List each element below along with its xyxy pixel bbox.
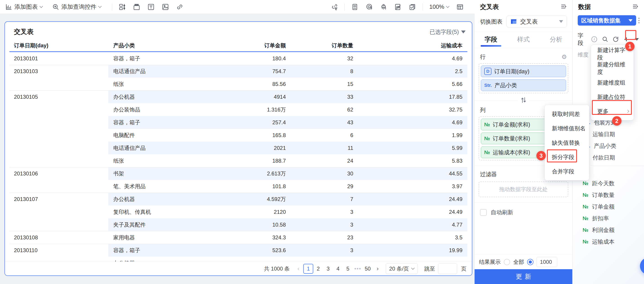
comment-button[interactable] — [364, 2, 374, 12]
measure-field-item[interactable]: №运输成本 — [573, 236, 644, 247]
info-icon: i — [592, 36, 597, 42]
add-menu-item-5[interactable]: 更多 — [591, 104, 634, 119]
cross-table-card[interactable]: 交叉表 已选字段(5) 订单日期(day) 产品小类 订单金额 订单数量 运输成… — [4, 21, 472, 276]
page-number-4[interactable]: 4 — [333, 264, 343, 274]
tab-container-button[interactable] — [132, 2, 142, 12]
page-config-button[interactable] — [350, 2, 360, 12]
context-menu-item-4[interactable]: 拆分字段 — [545, 150, 589, 164]
row-amount-cell: 754.7 — [243, 65, 286, 78]
chip-label: 订单日期(day) — [494, 68, 530, 75]
table-row[interactable]: 20130101容器，箱子180.4324.69 — [10, 52, 468, 65]
more-submenu: 获取时间差新增维值别名缺失值替换拆分字段合并字段 — [545, 105, 589, 180]
check-doc-icon — [409, 3, 416, 10]
add-menu-item-2[interactable]: 新建分组维度 — [591, 61, 634, 75]
measure-field-item[interactable]: №利润金额 — [573, 224, 644, 236]
jump-page-input[interactable] — [438, 263, 457, 274]
context-menu-item-5[interactable]: 合并字段 — [545, 164, 589, 179]
result-all-radio[interactable] — [504, 259, 510, 265]
table-row[interactable]: 办公装饰品1.316万6232.75 — [10, 103, 468, 116]
grid-view-button[interactable] — [455, 2, 465, 12]
tab-analysis[interactable]: 分析 — [540, 32, 572, 48]
table-row[interactable]: 笔、美术用品101.8293.97 — [10, 180, 468, 193]
context-menu-item-1[interactable]: 获取时间差 — [545, 107, 589, 121]
link-widget-button[interactable] — [174, 2, 185, 12]
table-row[interactable]: 电脑配件165.861.99 — [10, 129, 468, 142]
table-row[interactable]: 夹子及其配件10.5834.77 — [10, 218, 468, 231]
measure-field-item[interactable]: №订单数量 — [573, 189, 644, 201]
columns-label: 列 — [480, 106, 486, 114]
text-icon — [148, 3, 154, 10]
add-field-caret[interactable] — [632, 35, 641, 44]
table-row[interactable]: 20130103电话通信产品754.782.5 — [10, 65, 468, 78]
add-field-menu: 新建计算字段新建分组维度新建维度组新建占位符更多 — [591, 45, 634, 120]
result-count-radio[interactable] — [527, 259, 534, 265]
image-widget-button[interactable] — [160, 2, 170, 12]
selected-fields-dropdown[interactable]: 已选字段(5) — [430, 28, 466, 36]
page-size-select[interactable]: 20 条/页 — [386, 263, 418, 274]
tab-fields[interactable]: 字段 — [474, 32, 507, 48]
batch-select-button[interactable] — [407, 2, 418, 12]
gear-icon[interactable]: ⚙ — [562, 53, 567, 61]
row-cost-cell: 32.75 — [353, 103, 468, 116]
column-header-amount[interactable]: 订单金额 — [243, 42, 286, 49]
measure-field-item[interactable]: №订单金额 — [573, 201, 644, 212]
table-row[interactable]: 纸张85.56155.66 — [10, 78, 468, 90]
table-row[interactable]: 办公机器 — [10, 257, 468, 262]
page-number-3[interactable]: 3 — [323, 264, 333, 274]
page-number-5[interactable]: 5 — [343, 264, 353, 274]
hide-elements-button[interactable] — [393, 2, 403, 12]
table-row[interactable]: 20130107办公机器4.592万724.49 — [10, 193, 468, 205]
add-menu-item-4[interactable]: 新建占位符 — [591, 90, 634, 104]
table-row[interactable]: 20130106书架2.613万3044.55 — [10, 167, 468, 180]
text-widget-button[interactable] — [146, 2, 156, 12]
rows-drop-zone[interactable]: D订单日期(day)Str.产品小类 — [478, 63, 568, 93]
field-label: 运输成本 — [592, 238, 614, 245]
column-header-order-date[interactable]: 订单日期(day) — [10, 42, 108, 49]
page-number-50[interactable]: 50 — [363, 264, 372, 274]
result-count-input[interactable]: 1000 — [536, 257, 557, 267]
row-cost-cell: 3.97 — [353, 180, 468, 193]
measure-field-item[interactable]: №折扣率 — [573, 212, 644, 224]
add-chart-button[interactable]: 添加图表 — [6, 3, 42, 11]
clean-button[interactable] — [378, 2, 389, 12]
chart-type-select[interactable]: 交叉表 — [506, 16, 567, 27]
prev-page-arrow[interactable]: ‹ — [295, 265, 302, 272]
row-field-chip[interactable]: D订单日期(day) — [481, 65, 566, 77]
add-menu-item-3[interactable]: 新建维度组 — [591, 75, 634, 90]
column-header-cost[interactable]: 运输成本 — [353, 42, 468, 49]
add-query-control-button[interactable]: 添加查询控件 — [52, 3, 101, 11]
table-row[interactable]: 纸张188.7245.83 — [10, 154, 468, 167]
collapse-panel-button[interactable] — [632, 3, 638, 10]
filter-control-button[interactable] — [117, 2, 128, 12]
table-row[interactable]: 容器，箱子257.4434.69 — [10, 116, 468, 129]
table-row[interactable]: 电话通信产品2021115.99 — [10, 142, 468, 154]
column-header-product[interactable]: 产品小类 — [108, 42, 243, 49]
table-row[interactable]: 20130105办公机器49143317.85 — [10, 90, 468, 103]
page-number-2[interactable]: 2 — [313, 264, 323, 274]
menu-item-label: 新建占位符 — [597, 93, 625, 101]
row-qty-cell: 8 — [286, 65, 353, 78]
table-row[interactable]: 复印机、传真机2120324.49 — [10, 205, 468, 218]
table-row[interactable]: 20130110容器，箱子523.6319.99 — [10, 244, 468, 257]
column-header-quantity[interactable]: 订单数量 — [286, 42, 353, 49]
row-field-chip[interactable]: Str.产品小类 — [481, 79, 566, 91]
link-settings-button[interactable] — [329, 2, 340, 12]
update-button[interactable]: 更新 — [474, 269, 572, 284]
filter-drop-zone[interactable]: 拖动数据字段至此处 — [478, 181, 568, 197]
auto-refresh-checkbox[interactable] — [480, 209, 487, 216]
next-page-arrow[interactable]: › — [374, 265, 381, 272]
swap-axes-button[interactable] — [518, 97, 530, 104]
row-amount-cell: 1.316万 — [243, 103, 286, 116]
refresh-fields-button[interactable] — [612, 35, 620, 44]
context-menu-item-3[interactable]: 缺失值替换 — [545, 136, 589, 150]
row-qty-cell: 24 — [286, 154, 353, 167]
dataset-select-button[interactable]: 区域销售数据集 — [578, 15, 636, 25]
page-number-1[interactable]: 1 — [303, 264, 313, 274]
search-fields-button[interactable] — [601, 35, 610, 44]
dataset-more-button[interactable] — [637, 16, 641, 25]
collapse-panel-button[interactable] — [561, 3, 567, 10]
context-menu-item-2[interactable]: 新增维值别名 — [545, 121, 589, 136]
zoom-control[interactable]: 100% — [430, 3, 449, 10]
table-row[interactable]: 20130108家用电器324.3233.5 — [10, 231, 468, 244]
tab-style[interactable]: 样式 — [507, 32, 540, 48]
